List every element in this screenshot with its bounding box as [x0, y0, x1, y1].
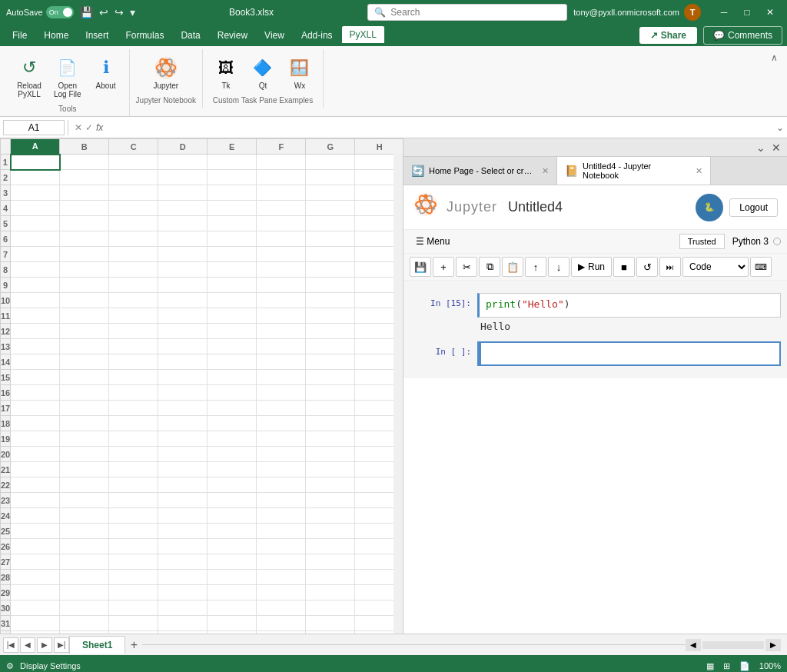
- table-row[interactable]: [158, 616, 208, 631]
- search-input[interactable]: [390, 7, 560, 18]
- table-row[interactable]: [306, 185, 355, 201]
- table-row[interactable]: [60, 431, 109, 447]
- formula-input[interactable]: [109, 122, 773, 133]
- table-row[interactable]: [109, 385, 158, 401]
- menu-button[interactable]: ☰ Menu: [410, 233, 456, 250]
- about-button[interactable]: ℹ About: [89, 52, 123, 93]
- nb-tab-home-close[interactable]: ✕: [542, 166, 549, 176]
- sheet-nav-next[interactable]: ▶: [37, 637, 52, 653]
- table-row[interactable]: [158, 524, 208, 539]
- table-row[interactable]: [11, 308, 60, 324]
- table-row[interactable]: [109, 185, 158, 201]
- table-row[interactable]: [11, 170, 60, 185]
- col-header-A[interactable]: A: [11, 139, 60, 155]
- run-button[interactable]: ▶ Run: [571, 257, 612, 277]
- table-row[interactable]: [109, 616, 158, 631]
- redo-icon[interactable]: ↪: [115, 6, 124, 18]
- table-row[interactable]: [11, 508, 60, 524]
- table-row[interactable]: [60, 216, 109, 231]
- qt-button[interactable]: 🔷 Qt: [246, 52, 280, 93]
- table-row[interactable]: [306, 216, 355, 231]
- table-row[interactable]: [109, 216, 158, 231]
- table-row[interactable]: [60, 247, 109, 262]
- table-row[interactable]: [60, 293, 109, 308]
- view-normal-icon[interactable]: ▦: [706, 661, 714, 671]
- restart-button[interactable]: ↺: [636, 257, 658, 277]
- table-row[interactable]: [158, 308, 208, 324]
- table-row[interactable]: [11, 339, 60, 354]
- table-row[interactable]: [257, 370, 306, 385]
- table-row[interactable]: [306, 324, 355, 339]
- table-row[interactable]: [208, 462, 257, 477]
- table-row[interactable]: [208, 170, 257, 185]
- table-row[interactable]: [60, 416, 109, 431]
- table-row[interactable]: [208, 539, 257, 554]
- table-row[interactable]: [60, 477, 109, 493]
- undo-icon[interactable]: ↩: [99, 6, 108, 18]
- table-row[interactable]: [306, 524, 355, 539]
- autosave-toggle[interactable]: On: [46, 6, 74, 18]
- table-row[interactable]: [158, 431, 208, 447]
- table-row[interactable]: [208, 570, 257, 585]
- table-row[interactable]: [257, 508, 306, 524]
- fast-forward-button[interactable]: ⏭: [659, 257, 681, 277]
- paste-cell-button[interactable]: 📋: [502, 257, 523, 277]
- table-row[interactable]: [306, 155, 355, 170]
- table-row[interactable]: [257, 201, 306, 216]
- table-row[interactable]: [11, 201, 60, 216]
- table-row[interactable]: [208, 185, 257, 201]
- table-row[interactable]: [158, 477, 208, 493]
- table-row[interactable]: [257, 247, 306, 262]
- table-row[interactable]: [306, 585, 355, 600]
- notebook-name[interactable]: Untitled4: [508, 199, 563, 215]
- table-row[interactable]: [257, 185, 306, 201]
- table-row[interactable]: [208, 508, 257, 524]
- table-row[interactable]: [257, 554, 306, 570]
- sheet-nav-first[interactable]: |◀: [3, 637, 18, 653]
- table-row[interactable]: [208, 247, 257, 262]
- formula-cancel-icon[interactable]: ✕: [75, 122, 82, 133]
- table-row[interactable]: [158, 247, 208, 262]
- table-row[interactable]: [257, 462, 306, 477]
- col-header-B[interactable]: B: [60, 139, 109, 155]
- table-row[interactable]: [60, 231, 109, 247]
- table-row[interactable]: [109, 570, 158, 585]
- table-row[interactable]: [208, 585, 257, 600]
- table-row[interactable]: [208, 554, 257, 570]
- table-row[interactable]: [11, 155, 60, 170]
- logout-button[interactable]: Logout: [729, 198, 778, 217]
- menu-view[interactable]: View: [257, 27, 292, 44]
- table-row[interactable]: [60, 585, 109, 600]
- h-scroll-left[interactable]: ◀: [686, 639, 701, 651]
- table-row[interactable]: [60, 278, 109, 293]
- nb-tab-notebook-close[interactable]: ✕: [696, 166, 702, 176]
- table-row[interactable]: [208, 600, 257, 616]
- col-header-C[interactable]: C: [109, 139, 158, 155]
- table-row[interactable]: [257, 585, 306, 600]
- table-row[interactable]: [11, 524, 60, 539]
- table-row[interactable]: [109, 308, 158, 324]
- table-row[interactable]: [158, 385, 208, 401]
- table-row[interactable]: [257, 401, 306, 416]
- table-row[interactable]: [109, 631, 158, 634]
- formula-expand-icon[interactable]: ⌄: [776, 122, 784, 133]
- table-row[interactable]: [158, 201, 208, 216]
- nb-tab-home[interactable]: 🔄 Home Page - Select or create a noteboo…: [403, 157, 557, 185]
- table-row[interactable]: [60, 155, 109, 170]
- move-down-button[interactable]: ↓: [548, 257, 569, 277]
- h-scroll-right[interactable]: ▶: [765, 639, 781, 651]
- table-row[interactable]: [208, 385, 257, 401]
- table-row[interactable]: [158, 508, 208, 524]
- table-row[interactable]: [208, 278, 257, 293]
- table-row[interactable]: [60, 262, 109, 278]
- table-row[interactable]: [60, 324, 109, 339]
- cell-type-select[interactable]: Code Markdown Raw: [682, 257, 749, 277]
- table-row[interactable]: [109, 231, 158, 247]
- table-row[interactable]: [109, 431, 158, 447]
- table-row[interactable]: [109, 324, 158, 339]
- table-row[interactable]: [109, 416, 158, 431]
- table-row[interactable]: [257, 431, 306, 447]
- table-row[interactable]: [257, 155, 306, 170]
- table-row[interactable]: [208, 155, 257, 170]
- table-row[interactable]: [257, 231, 306, 247]
